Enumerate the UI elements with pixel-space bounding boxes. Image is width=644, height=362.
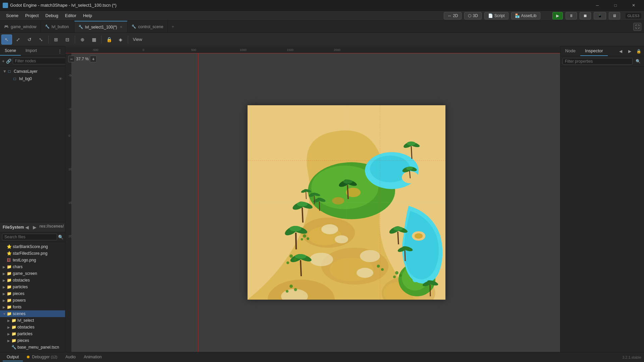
menu-scene[interactable]: Scene — [3, 12, 22, 19]
inspector-history-next[interactable]: ▶ — [626, 48, 634, 55]
select-tool-button[interactable]: ↖ — [1, 35, 12, 45]
game-canvas — [248, 105, 445, 300]
fs-item-obstacles[interactable]: ▶ 📁 obstacles — [0, 277, 65, 284]
add-node-button[interactable]: + — [2, 57, 5, 65]
tab-game-window[interactable]: 🎮 game_window — [0, 21, 41, 33]
filesystem-header: FileSystem ◀ ▶ res://scenes/ ⋮ — [0, 223, 65, 232]
tab-lvl-select[interactable]: 🔧 lvl_select1_100(*) ✕ — [74, 21, 127, 33]
tab-control-scene[interactable]: 🔧 control_scene — [127, 21, 168, 33]
fs-item-fonts[interactable]: ▶ 📁 fonts — [0, 304, 65, 310]
fs-next-button[interactable]: ▶ — [32, 224, 38, 231]
filter-properties-input[interactable] — [562, 58, 633, 65]
obstacles-folder-icon: 📁 — [7, 278, 11, 283]
menu-debug[interactable]: Debug — [42, 12, 61, 19]
menu-editor[interactable]: Editor — [62, 12, 80, 19]
lvl-select-folder-icon: 📁 — [11, 318, 16, 323]
pause-button[interactable]: ⏸ — [566, 12, 577, 19]
mode-assetlib-button[interactable]: 🏪 AssetLib — [511, 12, 540, 19]
play-button[interactable]: ▶ — [552, 12, 563, 19]
svg-text:-500: -500 — [92, 48, 98, 52]
expand-viewport-button[interactable]: ⛶ — [633, 23, 641, 31]
fs-item-lvl-select[interactable]: ▶ 📁 lvl_select — [0, 317, 65, 324]
fs-item-chars[interactable]: ▶ 📁 chars — [0, 263, 65, 270]
tab-close-lvl-select[interactable]: ✕ — [119, 24, 123, 29]
search-files-input[interactable] — [2, 234, 57, 240]
filter-nodes-input[interactable] — [13, 58, 68, 64]
fs-item-star-filled[interactable]: ⭐ starFilledScore.png — [0, 250, 65, 257]
link-node-button[interactable]: 🔗 — [6, 57, 11, 65]
inspector-history-prev[interactable]: ◀ — [616, 48, 625, 55]
stop-button[interactable]: ⏹ — [580, 12, 591, 19]
minimize-button[interactable]: ─ — [590, 0, 605, 11]
grid-snap-button[interactable]: ⊞ — [51, 35, 61, 45]
tab-node[interactable]: Node — [560, 46, 580, 56]
group-button[interactable]: ◈ — [115, 35, 126, 45]
testlogo-file-icon: 🖼 — [7, 258, 11, 262]
run-remote-button[interactable]: 🖥 — [609, 12, 620, 19]
filter-props-search[interactable]: 🔍 — [634, 58, 642, 65]
fs-item-star-blank[interactable]: ⭐ starBlankScore.png — [0, 243, 65, 250]
pieces-folder-icon: 📁 — [7, 291, 11, 296]
version-label: 3.2.1.stable — [622, 355, 641, 359]
viewport-content[interactable]: -500 -100 0 100 150 200 − 37.7 % + — [65, 53, 560, 352]
menu-project[interactable]: Project — [22, 12, 42, 19]
fs-item-powers[interactable]: ▶ 📁 powers — [0, 297, 65, 304]
tree-item-lvlbg0[interactable]: □ lvl_bg0 👁 — [0, 75, 65, 82]
fs-prev-button[interactable]: ◀ — [24, 224, 30, 231]
zoom-in-button[interactable]: + — [90, 56, 97, 62]
bottom-tab-debugger[interactable]: Debugger (12) — [23, 353, 61, 361]
snap-options-button[interactable]: ⊟ — [62, 35, 73, 45]
lock-button[interactable]: 🔒 — [104, 35, 114, 45]
svg-text:2000: 2000 — [334, 48, 340, 52]
fs-item-base-menu[interactable]: 🔧 base_menu_panel.tscn — [0, 344, 65, 351]
tab-icon-lvl-select: 🔧 — [78, 25, 83, 29]
svg-line-70 — [306, 192, 306, 199]
anchor-button[interactable]: ⊕ — [77, 35, 88, 45]
tab-inspector[interactable]: Inspector — [580, 46, 607, 56]
mode-3d-button[interactable]: ⬡ 3D — [464, 12, 481, 19]
tree-item-canvaslayer[interactable]: ▼ □ CanvasLayer — [0, 68, 65, 75]
svg-point-100 — [381, 268, 384, 271]
mode-2d-button[interactable]: ↔ 2D — [444, 12, 462, 19]
scene-tab-import[interactable]: Import — [21, 46, 42, 56]
mode-script-button[interactable]: 📄 Script — [484, 12, 508, 19]
svg-text:0: 0 — [143, 48, 144, 52]
menubar: Scene Project Debug Editor Help ↔ 2D ⬡ 3… — [0, 11, 644, 21]
layout-button[interactable]: ▦ — [89, 35, 99, 45]
fs-item-pieces[interactable]: ▶ 📁 pieces — [0, 290, 65, 297]
expand-canvaslayer-icon: ▼ — [3, 69, 7, 74]
svg-line-84 — [405, 250, 405, 261]
maximize-button[interactable]: □ — [608, 0, 623, 11]
titlebar-controls: ─ □ ✕ — [590, 0, 641, 11]
fs-item-obstacles2[interactable]: ▶ 📁 obstacles — [0, 324, 65, 330]
fs-item-pieces2[interactable]: ▶ 📁 pieces — [0, 337, 65, 344]
fs-item-particles[interactable]: ▶ 📁 particles — [0, 284, 65, 290]
menu-help[interactable]: Help — [80, 12, 96, 19]
zoom-out-button[interactable]: − — [68, 56, 75, 62]
svg-line-56 — [301, 260, 301, 276]
bottom-tab-audio[interactable]: Audio — [61, 353, 80, 361]
scene-panel-menu-button[interactable]: ⋮ — [56, 47, 64, 55]
bottom-tab-animation[interactable]: Animation — [80, 353, 106, 361]
bottom-tab-output[interactable]: Output — [3, 353, 23, 361]
run-device-button[interactable]: 📱 — [594, 12, 606, 19]
fs-item-particles2[interactable]: ▶ 📁 particles — [0, 330, 65, 337]
scale-tool-button[interactable]: ⤡ — [36, 35, 46, 45]
fs-search-button[interactable]: 🔍 — [58, 233, 63, 241]
svg-point-26 — [357, 268, 373, 278]
scene-tab-scene[interactable]: Scene — [0, 46, 21, 56]
inspector-content — [560, 67, 644, 352]
tab-add-button[interactable]: + — [168, 21, 178, 33]
fs-item-scenes[interactable]: ▼ 📁 scenes — [0, 310, 65, 317]
view-label[interactable]: View — [130, 37, 145, 42]
tab-lvl-button[interactable]: 🔧 lvl_button — [41, 21, 74, 33]
fs-item-game-screen[interactable]: ▶ 📁 game_screen — [0, 270, 65, 277]
main-area: Scene Import ⋮ + 🔗 🔍 ▼ □ CanvasLayer □ l… — [0, 46, 644, 352]
fs-item-testlogo[interactable]: 🖼 testLogo.png — [0, 257, 65, 263]
rotate-tool-button[interactable]: ↺ — [24, 35, 35, 45]
close-button[interactable]: ✕ — [626, 0, 641, 11]
move-tool-button[interactable]: ⤢ — [13, 35, 23, 45]
visibility-lvlbg0-icon[interactable]: 👁 — [59, 77, 62, 81]
inspector-lock[interactable]: 🔒 — [635, 48, 643, 55]
svg-point-88 — [307, 237, 309, 240]
